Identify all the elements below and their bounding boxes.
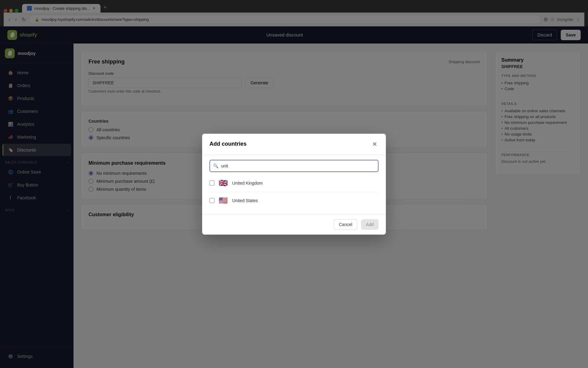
- country-item-uk[interactable]: 🇬🇧 United Kingdom: [209, 174, 379, 192]
- modal-body: 🔍 🇬🇧 United Kingdom 🇺🇸 United States: [202, 155, 386, 214]
- country-checkbox-us[interactable]: [209, 198, 214, 203]
- us-flag: 🇺🇸: [219, 196, 228, 205]
- uk-flag: 🇬🇧: [219, 179, 228, 187]
- modal-footer: Cancel Add: [202, 214, 386, 235]
- modal-close-button[interactable]: ✕: [371, 140, 379, 148]
- country-list: 🇬🇧 United Kingdom 🇺🇸 United States: [209, 174, 379, 209]
- cancel-button[interactable]: Cancel: [334, 219, 357, 230]
- country-item-us[interactable]: 🇺🇸 United States: [209, 192, 379, 209]
- uk-country-name: United Kingdom: [232, 181, 263, 186]
- add-button[interactable]: Add: [361, 219, 379, 230]
- add-countries-modal: Add countries ✕ 🔍 🇬🇧 United Kingdom 🇺🇸 U…: [202, 134, 386, 235]
- search-icon: 🔍: [213, 163, 218, 168]
- country-checkbox-uk[interactable]: [209, 181, 214, 186]
- us-country-name: United States: [232, 198, 258, 203]
- modal-header: Add countries ✕: [202, 134, 386, 155]
- search-wrapper: 🔍: [209, 160, 379, 172]
- country-search-input[interactable]: [209, 160, 379, 172]
- modal-overlay[interactable]: Add countries ✕ 🔍 🇬🇧 United Kingdom 🇺🇸 U…: [0, 0, 588, 368]
- modal-title: Add countries: [209, 141, 247, 147]
